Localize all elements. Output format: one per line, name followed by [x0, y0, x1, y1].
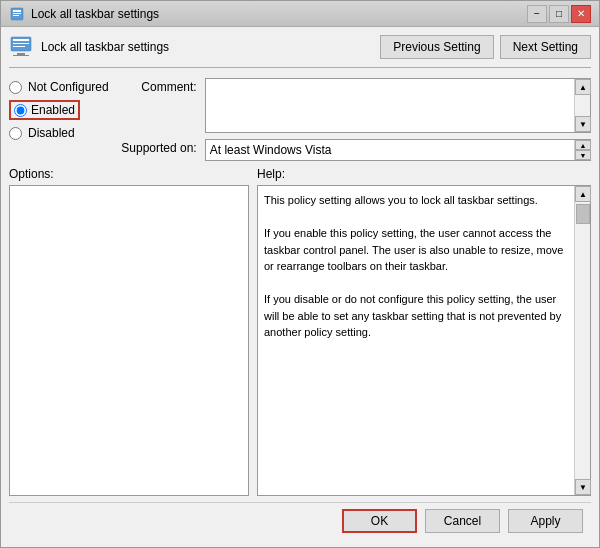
- enabled-radio[interactable]: [14, 104, 27, 117]
- window-icon: [9, 6, 25, 22]
- svg-rect-2: [13, 13, 21, 14]
- svg-rect-8: [17, 53, 25, 55]
- help-scroll-track: [575, 202, 590, 479]
- disabled-label: Disabled: [28, 126, 75, 140]
- comment-row: Comment: ▲ ▼: [117, 78, 591, 133]
- close-button[interactable]: ✕: [571, 5, 591, 23]
- enabled-label: Enabled: [31, 103, 75, 117]
- bottom-bar: OK Cancel Apply: [9, 502, 591, 539]
- not-configured-radio[interactable]: [9, 81, 22, 94]
- supported-scroll-down[interactable]: ▼: [575, 150, 591, 160]
- comment-label: Comment:: [117, 78, 197, 94]
- right-fields: Comment: ▲ ▼ Supported on: At least Wind…: [117, 78, 591, 161]
- cancel-button[interactable]: Cancel: [425, 509, 500, 533]
- comment-scroll-track: [575, 95, 590, 116]
- comment-scrollbar: ▲ ▼: [574, 79, 590, 132]
- title-bar: Lock all taskbar settings − □ ✕: [1, 1, 599, 27]
- disabled-radio[interactable]: [9, 127, 22, 140]
- not-configured-label: Not Configured: [28, 80, 109, 94]
- divider-top: [9, 67, 591, 68]
- help-title: Help:: [257, 167, 591, 181]
- main-window: Lock all taskbar settings − □ ✕ Lock all…: [0, 0, 600, 548]
- supported-row: Supported on: At least Windows Vista ▲ ▼: [117, 139, 591, 161]
- help-box: This policy setting allows you to lock a…: [257, 185, 591, 496]
- radio-disabled[interactable]: Disabled: [9, 126, 109, 140]
- lower-section: Options: Help: This policy setting allow…: [9, 167, 591, 496]
- supported-label: Supported on:: [117, 139, 197, 155]
- main-content: Lock all taskbar settings Previous Setti…: [1, 27, 599, 547]
- svg-rect-5: [13, 39, 29, 41]
- radio-not-configured[interactable]: Not Configured: [9, 80, 109, 94]
- prev-setting-button[interactable]: Previous Setting: [380, 35, 493, 59]
- help-scroll-up[interactable]: ▲: [575, 186, 591, 202]
- svg-rect-3: [13, 15, 19, 16]
- help-scroll-thumb: [576, 204, 590, 224]
- comment-wrapper: ▲ ▼: [205, 78, 591, 133]
- next-setting-button[interactable]: Next Setting: [500, 35, 591, 59]
- options-col: Options:: [9, 167, 249, 496]
- maximize-button[interactable]: □: [549, 5, 569, 23]
- middle-section: Not Configured Enabled Disabled Comment:: [9, 78, 591, 161]
- setting-title: Lock all taskbar settings: [41, 40, 372, 54]
- svg-rect-7: [13, 46, 25, 47]
- help-text: This policy setting allows you to lock a…: [258, 186, 574, 495]
- help-scroll-down[interactable]: ▼: [575, 479, 591, 495]
- svg-rect-6: [13, 43, 29, 44]
- svg-rect-9: [13, 55, 29, 56]
- options-box: [9, 185, 249, 496]
- comment-input[interactable]: [206, 79, 574, 132]
- supported-scroll-up[interactable]: ▲: [575, 140, 591, 150]
- nav-buttons: Previous Setting Next Setting: [380, 35, 591, 59]
- setting-icon: [9, 35, 33, 59]
- options-title: Options:: [9, 167, 249, 181]
- window-title: Lock all taskbar settings: [31, 7, 527, 21]
- supported-wrapper: At least Windows Vista ▲ ▼: [205, 139, 591, 161]
- radio-group: Not Configured Enabled Disabled: [9, 78, 109, 161]
- help-col: Help: This policy setting allows you to …: [257, 167, 591, 496]
- help-scrollbar: ▲ ▼: [574, 186, 590, 495]
- header-row: Lock all taskbar settings Previous Setti…: [9, 35, 591, 59]
- minimize-button[interactable]: −: [527, 5, 547, 23]
- title-controls: − □ ✕: [527, 5, 591, 23]
- svg-rect-1: [13, 10, 21, 12]
- radio-enabled[interactable]: Enabled: [9, 100, 109, 120]
- supported-value: At least Windows Vista: [206, 143, 574, 157]
- ok-button[interactable]: OK: [342, 509, 417, 533]
- comment-scroll-up[interactable]: ▲: [575, 79, 591, 95]
- supported-scrollbar: ▲ ▼: [574, 140, 590, 160]
- apply-button[interactable]: Apply: [508, 509, 583, 533]
- comment-scroll-down[interactable]: ▼: [575, 116, 591, 132]
